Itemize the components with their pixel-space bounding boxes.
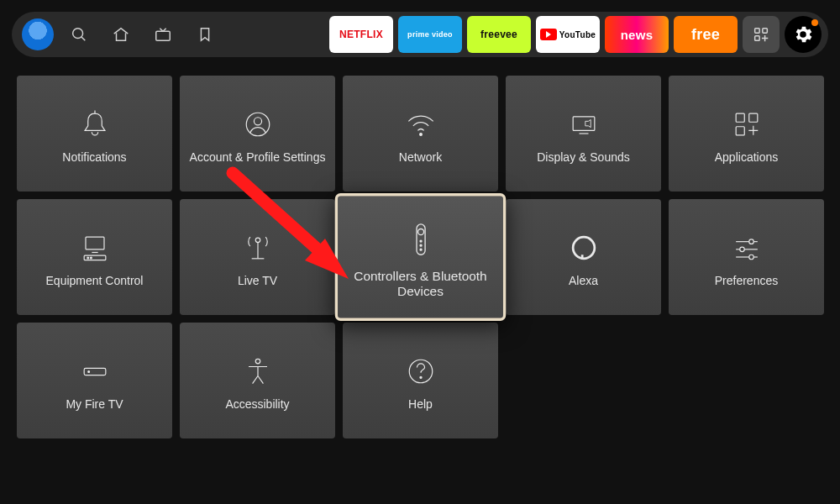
notification-dot-icon <box>811 19 818 26</box>
svg-rect-5 <box>755 36 760 41</box>
app-shortcut-row: NETFLIX prime video freevee YouTube news… <box>329 16 822 53</box>
settings-tile-applications[interactable]: Applications <box>669 76 824 192</box>
remote-icon <box>400 214 440 264</box>
app-tile-youtube[interactable]: YouTube <box>536 16 600 53</box>
svg-rect-3 <box>755 29 760 34</box>
svg-rect-2 <box>156 31 171 40</box>
tile-label: Controllers & Bluetooth Devices <box>345 268 496 301</box>
display-sound-icon <box>565 102 602 147</box>
app-tile-news[interactable]: news <box>605 16 669 53</box>
svg-point-29 <box>748 239 753 244</box>
tile-label: Notifications <box>62 150 126 165</box>
svg-point-26 <box>419 249 421 250</box>
settings-gear-icon[interactable] <box>785 16 822 53</box>
profile-avatar[interactable] <box>22 18 54 50</box>
applications-icon <box>728 102 765 147</box>
svg-rect-10 <box>573 117 595 131</box>
search-icon[interactable] <box>62 18 96 51</box>
app-label: free <box>691 26 720 44</box>
tile-label: Network <box>399 150 442 165</box>
settings-grid: Notifications Account & Profile Settings… <box>17 76 823 438</box>
top-nav-bar: NETFLIX prime video freevee YouTube news… <box>12 12 828 57</box>
settings-tile-livetv[interactable]: Live TV <box>180 199 335 315</box>
app-label: prime video <box>407 31 453 39</box>
account-icon <box>239 102 276 147</box>
settings-tile-preferences[interactable]: Preferences <box>669 199 824 315</box>
app-tile-netflix[interactable]: NETFLIX <box>329 16 393 53</box>
svg-point-18 <box>87 257 88 259</box>
settings-tile-network[interactable]: Network <box>343 76 498 192</box>
settings-tile-myfiretv[interactable]: My Fire TV <box>17 323 172 438</box>
svg-point-20 <box>255 238 260 243</box>
svg-point-9 <box>419 134 422 136</box>
svg-point-25 <box>419 244 421 246</box>
settings-tile-display[interactable]: Display & Sounds <box>506 76 661 192</box>
tile-label: Help <box>408 397 433 412</box>
svg-point-33 <box>748 255 753 260</box>
antenna-icon <box>239 225 276 270</box>
svg-point-0 <box>73 29 83 39</box>
alexa-icon <box>565 225 602 270</box>
svg-point-35 <box>87 371 89 373</box>
settings-tile-alexa[interactable]: Alexa <box>506 199 661 315</box>
settings-tile-account[interactable]: Account & Profile Settings <box>180 76 335 192</box>
tile-label: Alexa <box>569 274 598 289</box>
apps-grid-icon[interactable] <box>743 16 780 53</box>
live-tv-icon[interactable] <box>146 18 180 51</box>
bell-icon <box>76 102 113 147</box>
tile-label: Account & Profile Settings <box>190 150 326 165</box>
app-label: YouTube <box>559 30 596 39</box>
tile-label: My Fire TV <box>66 397 123 412</box>
svg-rect-12 <box>736 113 744 122</box>
wifi-icon <box>402 102 439 147</box>
app-tile-freevee[interactable]: freevee <box>467 16 531 53</box>
tile-label: Applications <box>715 150 779 165</box>
app-tile-free[interactable]: free <box>674 16 738 53</box>
settings-tile-equipment[interactable]: Equipment Control <box>17 199 172 315</box>
equipment-icon <box>76 225 113 270</box>
tile-label: Display & Sounds <box>537 150 630 165</box>
svg-rect-4 <box>763 29 768 34</box>
app-label: NETFLIX <box>339 29 383 40</box>
home-icon[interactable] <box>104 18 138 51</box>
svg-line-1 <box>81 37 85 40</box>
accessibility-icon <box>239 349 276 394</box>
app-label: news <box>621 28 654 42</box>
svg-point-27 <box>573 237 595 259</box>
app-label: freevee <box>480 29 517 40</box>
tile-label: Accessibility <box>225 397 289 412</box>
svg-rect-13 <box>748 113 757 122</box>
svg-rect-14 <box>736 127 744 135</box>
svg-point-23 <box>417 228 423 234</box>
svg-point-24 <box>419 240 421 242</box>
svg-rect-34 <box>84 369 106 375</box>
svg-rect-15 <box>86 237 104 249</box>
youtube-play-icon <box>540 29 557 40</box>
bookmark-icon[interactable] <box>188 18 222 51</box>
sliders-icon <box>728 225 765 270</box>
settings-tile-notifications[interactable]: Notifications <box>17 76 172 192</box>
tile-label: Equipment Control <box>46 274 144 289</box>
svg-point-38 <box>419 376 421 378</box>
svg-point-31 <box>739 247 744 252</box>
settings-tile-help[interactable]: Help <box>343 323 498 438</box>
svg-point-36 <box>255 360 260 365</box>
tile-label: Live TV <box>238 274 277 289</box>
settings-tile-controllers[interactable]: Controllers & Bluetooth Devices <box>335 193 507 321</box>
svg-point-8 <box>254 118 261 125</box>
svg-point-7 <box>246 113 270 137</box>
device-icon <box>76 349 113 394</box>
settings-tile-accessibility[interactable]: Accessibility <box>180 323 335 438</box>
svg-point-19 <box>90 257 92 259</box>
tile-label: Preferences <box>715 274 778 289</box>
help-icon <box>402 349 439 394</box>
app-tile-primevideo[interactable]: prime video <box>398 16 462 53</box>
